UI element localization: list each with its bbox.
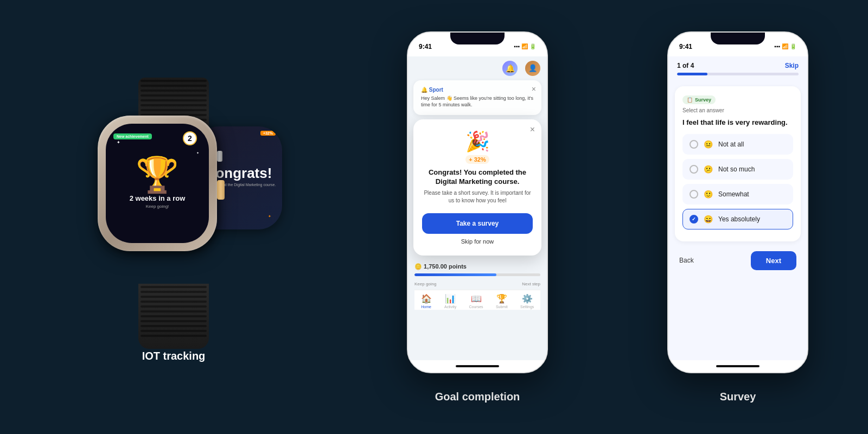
congrats-desc: Please take a short survey. It is import… <box>422 189 533 205</box>
goal-phone: 9:41 ▪▪▪ 📶 🔋 🔔 👤 × 🔔 Sport Hey Salem 👋 S… <box>407 31 548 373</box>
alert-text: Hey Salem 👋 Seems like you're sitting to… <box>421 95 534 108</box>
next-button[interactable]: Next <box>751 251 796 270</box>
points-value: 🪙 1,750.00 points <box>414 263 467 270</box>
status-icons: ▪▪▪ 📶 🔋 <box>514 43 536 49</box>
nav-tab-activity[interactable]: 📊 Activity <box>444 293 456 309</box>
watch-case: New achievement 2 🏆 ✦ ✦ 2 weeks in a row… <box>98 116 217 251</box>
survey-phone-notch: 9:41 ▪▪▪ 📶 🔋 <box>668 33 807 56</box>
survey-notch-cutout <box>711 33 765 44</box>
nav-tabs: 🏠 Home 📊 Activity 📖 Courses 🏆 Submit <box>414 290 540 310</box>
answer-not-at-all[interactable]: 😐 Not at all <box>682 134 793 155</box>
text-yes-absolutely: Yes absolutely <box>718 215 760 223</box>
emoji-somewhat: 🙂 <box>704 190 713 199</box>
courses-tab-icon: 📖 <box>471 293 482 304</box>
confetti-icon: 🎉 <box>465 130 490 153</box>
home-tab-label: Home <box>421 305 431 309</box>
battery-icon: 🔋 <box>529 43 536 49</box>
survey-card: 📋 Survey Select an answer I feel that li… <box>675 86 801 241</box>
sparkle-icon: ✦ <box>117 140 120 145</box>
watch-sub-text: Keep going! <box>146 204 169 209</box>
back-button[interactable]: Back <box>679 257 694 264</box>
radio-not-so-much <box>690 165 698 174</box>
survey-badge-icon: 📋 <box>687 97 693 103</box>
goal-bottom-content: 🪙 1,750.00 points Keep going Next step 🏠… <box>408 258 547 315</box>
survey-header: 1 of 4 Skip <box>668 56 807 86</box>
survey-progress-fill <box>677 73 707 75</box>
survey-progress-row: 1 of 4 Skip <box>677 62 799 69</box>
settings-tab-label: Settings <box>520 305 534 309</box>
text-not-so-much: Not so much <box>718 165 755 173</box>
trophy-icon: 🏆 <box>136 157 179 192</box>
notification-bell-icon[interactable]: 🔔 <box>502 61 518 76</box>
signal-icon: ▪▪▪ <box>514 43 520 49</box>
activity-tab-label: Activity <box>444 305 456 309</box>
congrats-modal: × 🎉 + 32% Congrats! You completed the Di… <box>413 119 541 256</box>
congrats-plus-badge: + 32% <box>465 155 489 164</box>
watch-screen: New achievement 2 🏆 ✦ ✦ 2 weeks in a row… <box>106 124 209 243</box>
goal-label: Goal completion <box>435 391 520 403</box>
alert-close-button[interactable]: × <box>532 85 536 93</box>
survey-status-icons: ▪▪▪ 📶 🔋 <box>774 43 796 49</box>
submit-tab-icon: 🏆 <box>496 293 507 304</box>
submit-tab-label: Submit <box>496 305 508 309</box>
sparkle-icon2: ✦ <box>196 151 199 155</box>
watch-container: New achievement 2 🏆 ✦ ✦ 2 weeks in a row… <box>76 72 271 333</box>
survey-skip-button[interactable]: Skip <box>785 62 799 69</box>
watch-crown <box>217 180 225 200</box>
points-progress-bg <box>414 273 540 276</box>
congrats-title: Congrats! You completed the Digital Mark… <box>422 168 533 187</box>
watch-band-bottom <box>138 284 209 349</box>
plus-badge: +32% <box>260 131 276 136</box>
nav-tab-courses[interactable]: 📖 Courses <box>469 293 483 309</box>
emoji-not-at-all: 😐 <box>704 140 713 149</box>
survey-select-label: Select an answer <box>682 107 793 113</box>
points-row: 🪙 1,750.00 points <box>414 263 540 270</box>
congrats-close-button[interactable]: × <box>530 125 535 135</box>
survey-progress-bg <box>677 73 799 75</box>
survey-step-text: 1 of 4 <box>677 62 694 69</box>
bottom-labels: Keep going Next step <box>414 282 540 286</box>
watch-outer: New achievement 2 🏆 ✦ ✦ 2 weeks in a row… <box>98 116 250 289</box>
survey-phone: 9:41 ▪▪▪ 📶 🔋 1 of 4 Skip 📋 <box>667 31 808 373</box>
text-not-at-all: Not at all <box>718 141 744 148</box>
survey-home-bar <box>668 360 807 372</box>
courses-tab-label: Courses <box>469 305 483 309</box>
survey-home-indicator <box>716 365 760 367</box>
survey-question: I feel that life is very rewarding. <box>682 118 793 127</box>
watch-badge-num: 2 <box>183 131 197 145</box>
wifi-icon: 📶 <box>521 43 528 49</box>
survey-badge: 📋 Survey <box>682 95 716 104</box>
settings-tab-icon: ⚙️ <box>522 293 533 304</box>
survey-phone-time: 9:41 <box>679 43 692 50</box>
survey-label: Survey <box>720 391 756 403</box>
emoji-yes-absolutely: 😄 <box>704 215 713 224</box>
next-step-label: Next step <box>522 282 540 286</box>
survey-badge-label: Survey <box>695 97 711 103</box>
notch-cutout <box>450 33 505 44</box>
take-survey-button[interactable]: Take a survey <box>422 213 533 234</box>
home-tab-icon: 🏠 <box>421 293 432 304</box>
achievement-badge: New achievement <box>113 133 152 139</box>
goal-phone-time: 9:41 <box>419 43 432 50</box>
nav-tab-submit[interactable]: 🏆 Submit <box>496 293 508 309</box>
skip-for-now-button[interactable]: Skip for now <box>461 238 494 245</box>
nav-tab-settings[interactable]: ⚙️ Settings <box>520 293 534 309</box>
iot-label: IOT tracking <box>142 350 206 362</box>
activity-tab-icon: 📊 <box>445 293 456 304</box>
survey-section: 9:41 ▪▪▪ 📶 🔋 1 of 4 Skip 📋 <box>667 31 808 403</box>
nav-tab-home[interactable]: 🏠 Home <box>421 293 432 309</box>
answer-not-so-much[interactable]: 😕 Not so much <box>682 159 793 180</box>
points-progress-fill <box>414 273 496 276</box>
avatar[interactable]: 👤 <box>525 61 540 76</box>
watch-button <box>217 151 222 162</box>
goal-top-bar: 🔔 👤 <box>408 56 547 80</box>
goal-phone-content: 🔔 👤 × 🔔 Sport Hey Salem 👋 Seems like you… <box>408 56 547 360</box>
goal-section: 9:41 ▪▪▪ 📶 🔋 🔔 👤 × 🔔 Sport Hey Salem 👋 S… <box>407 31 548 403</box>
sparkle5: ✦ <box>268 214 271 219</box>
radio-somewhat <box>690 190 698 199</box>
alert-card: × 🔔 Sport Hey Salem 👋 Seems like you're … <box>413 80 541 115</box>
watch-main-text: 2 weeks in a row <box>130 194 186 203</box>
answer-somewhat[interactable]: 🙂 Somewhat <box>682 184 793 205</box>
radio-yes-absolutely <box>690 215 698 224</box>
answer-yes-absolutely[interactable]: 😄 Yes absolutely <box>682 209 793 229</box>
